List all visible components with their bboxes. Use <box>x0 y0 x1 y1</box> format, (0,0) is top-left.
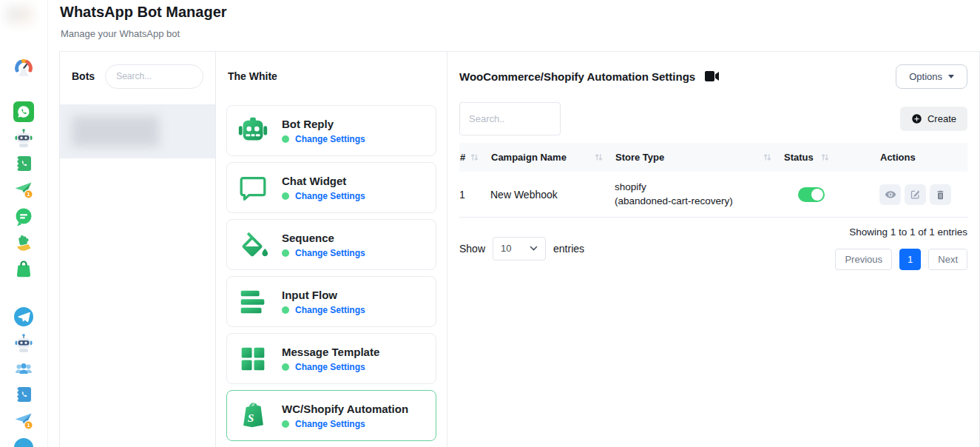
chevron-down-icon <box>530 246 538 251</box>
notification-badge: 1 <box>27 422 30 428</box>
page-1-button[interactable]: 1 <box>899 249 921 270</box>
page-subtitle: Manage your WhatsApp bot <box>61 28 180 39</box>
cell-campaign-name: New Webhook <box>490 189 615 201</box>
menu-card-sequence[interactable]: Sequence Change Settings <box>226 219 436 270</box>
previous-button[interactable]: Previous <box>835 249 892 270</box>
sidebar-item-whatsapp-store[interactable] <box>13 258 34 279</box>
menu-card-input-flow[interactable]: Input Flow Change Settings <box>226 276 436 327</box>
bot-reply-icon <box>236 114 270 148</box>
sidebar-item-telegram-broadcast[interactable]: 1 <box>13 410 34 431</box>
status-toggle-on[interactable] <box>798 187 825 202</box>
dashboard-icon <box>13 56 34 77</box>
sidebar-item-whatsapp-bot[interactable] <box>13 127 34 148</box>
results-summary: Showing 1 to 1 of 1 entries <box>849 226 967 238</box>
change-settings-link[interactable]: Change Settings <box>295 362 365 372</box>
whatsapp-chat-icon <box>13 206 34 227</box>
sidebar-item-telegram[interactable] <box>13 306 34 327</box>
status-dot <box>282 420 289 428</box>
status-dot <box>282 135 289 143</box>
sidebar-item-dashboard[interactable] <box>13 56 34 77</box>
menu-card-chat-widget[interactable]: Chat Widget Change Settings <box>226 162 436 213</box>
sort-icon <box>470 153 479 161</box>
campaigns-search-input[interactable] <box>459 102 561 135</box>
edit-icon <box>910 189 921 200</box>
table-row: 1 New Webhook shopify (abandoned-cart-re… <box>459 172 967 218</box>
menu-item-label: Sequence <box>282 232 365 244</box>
sidebar-item-telegram-groups[interactable] <box>13 358 34 379</box>
cell-index: 1 <box>459 189 490 201</box>
sidebar-item-whatsapp-chat[interactable] <box>13 206 34 227</box>
bot-menu-panel: The White <box>216 52 447 447</box>
caret-down-icon <box>948 75 954 78</box>
video-camera-icon[interactable] <box>705 71 719 81</box>
bots-panel: Bots <box>60 52 216 447</box>
view-button[interactable] <box>879 184 901 205</box>
whatsapp-integrations-icon <box>13 232 34 253</box>
sidebar-item-telegram-bot[interactable] <box>13 332 34 353</box>
bots-panel-title: Bots <box>72 70 95 82</box>
status-dot <box>282 192 289 200</box>
delete-button[interactable] <box>930 184 951 205</box>
whatsapp-bot-icon <box>13 127 34 148</box>
column-header-actions: Actions <box>879 152 967 163</box>
create-button[interactable]: Create <box>900 107 967 131</box>
telegram-contacts-icon <box>13 384 34 405</box>
sidebar-item-telegram-contacts[interactable] <box>13 384 34 405</box>
telegram-broadcast-icon: 1 <box>13 410 34 431</box>
whatsapp-contacts-icon <box>13 153 34 174</box>
plus-circle-icon <box>911 113 922 124</box>
entries-label: entries <box>553 243 584 255</box>
message-template-icon <box>236 342 270 376</box>
table-header: # Campaign Name Store Type Status <box>459 143 967 172</box>
view-icon <box>885 189 896 201</box>
change-settings-link[interactable]: Change Settings <box>295 419 365 429</box>
pagination: Previous 1 Next <box>835 249 967 270</box>
menu-card-message-template[interactable]: Message Template Change Settings <box>226 333 436 384</box>
sort-icon <box>595 153 603 161</box>
status-dot <box>282 306 289 314</box>
automation-panel: WooCommerce/Shopify Automation Settings … <box>447 52 979 447</box>
bots-search-input[interactable] <box>105 64 203 89</box>
change-settings-link[interactable]: Change Settings <box>295 305 365 315</box>
page-size-select[interactable]: 10 <box>493 237 546 261</box>
delete-icon <box>935 189 946 201</box>
next-button[interactable]: Next <box>928 249 967 270</box>
sequence-icon <box>236 228 270 262</box>
menu-card-bot-reply[interactable]: Bot Reply Change Settings <box>226 105 436 156</box>
menu-item-label: Bot Reply <box>282 118 365 130</box>
bot-manager-board: Bots The White <box>59 51 980 447</box>
toggle-knob <box>811 189 823 201</box>
change-settings-link[interactable]: Change Settings <box>295 191 365 201</box>
change-settings-link[interactable]: Change Settings <box>295 134 365 144</box>
telegram-icon <box>13 306 34 327</box>
edit-button[interactable] <box>905 184 926 205</box>
menu-item-label: WC/Shopify Automation <box>282 403 408 415</box>
change-settings-link[interactable]: Change Settings <box>295 248 365 258</box>
column-header-store-type[interactable]: Store Type <box>615 152 783 163</box>
app-window: 1 <box>0 0 980 447</box>
options-button-label: Options <box>909 71 942 82</box>
whatsapp-icon <box>13 101 34 122</box>
sidebar-item-whatsapp-broadcast[interactable]: 1 <box>13 179 34 200</box>
sidebar-item-whatsapp-contacts[interactable] <box>13 153 34 174</box>
sidebar-item-telegram-chat[interactable] <box>13 437 34 447</box>
notification-badge: 1 <box>27 191 30 198</box>
show-label: Show <box>459 243 485 255</box>
column-header-status[interactable]: Status <box>783 152 879 163</box>
telegram-bot-icon <box>13 332 34 353</box>
column-header-index[interactable]: # <box>459 152 490 163</box>
options-button[interactable]: Options <box>896 64 967 89</box>
sort-icon <box>763 153 771 161</box>
sidebar-item-whatsapp-integrations[interactable] <box>13 232 34 253</box>
telegram-groups-icon <box>13 358 34 379</box>
menu-card-wc-shopify-automation[interactable]: S WC/Shopify Automation Change Settings <box>226 390 436 441</box>
page-title: WhatsApp Bot Manager <box>60 4 227 21</box>
sort-icon <box>821 153 829 161</box>
menu-item-label: Chat Widget <box>282 175 365 187</box>
column-header-campaign-name[interactable]: Campaign Name <box>490 152 615 163</box>
sidebar-item-whatsapp[interactable] <box>13 101 34 122</box>
menu-item-label: Message Template <box>282 346 379 358</box>
shopify-icon: S <box>236 399 270 433</box>
bot-list-item-selected[interactable] <box>60 104 215 158</box>
menu-item-label: Input Flow <box>282 289 365 301</box>
